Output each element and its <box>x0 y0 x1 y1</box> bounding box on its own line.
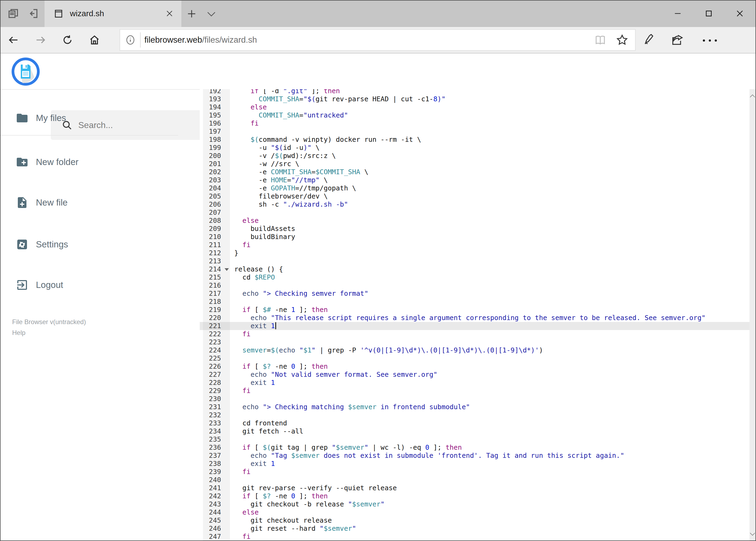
code-line[interactable]: 220 echo "This release script requires a… <box>200 314 750 322</box>
code-line[interactable]: 197 <box>200 128 750 136</box>
code-line[interactable]: 208 else <box>200 217 750 225</box>
code-line[interactable]: 216 <box>200 281 750 289</box>
sidebar-item-logout[interactable]: Logout <box>0 277 178 293</box>
code-line[interactable]: 218 <box>200 297 750 306</box>
vertical-scrollbar[interactable] <box>750 89 755 541</box>
code-text[interactable] <box>230 476 750 484</box>
code-text[interactable]: git reset --hard "$semver" <box>230 525 750 533</box>
code-text[interactable]: fi <box>230 387 750 395</box>
tab-dropdown-icon[interactable] <box>206 11 216 17</box>
code-text[interactable] <box>230 354 750 362</box>
code-text[interactable] <box>230 297 750 306</box>
sidebar-item-settings[interactable]: Settings <box>0 236 178 253</box>
code-text[interactable]: exit 1 <box>230 379 750 387</box>
code-text[interactable]: git checkout release <box>230 516 750 525</box>
code-line[interactable]: 237 echo "Tag $semver does not exist in … <box>200 452 750 460</box>
back-button[interactable] <box>8 34 19 46</box>
code-text[interactable]: else <box>230 103 750 111</box>
code-text[interactable]: semver=$(echo "$1" | grep -P '^v(0|[1-9]… <box>230 346 750 354</box>
site-info-icon[interactable] <box>125 35 136 45</box>
code-text[interactable]: git fetch --all <box>230 427 750 435</box>
help-link[interactable]: Help <box>12 329 25 336</box>
reading-view-icon[interactable] <box>594 35 607 45</box>
code-text[interactable]: COMMIT_SHA="untracked" <box>230 111 750 119</box>
code-line[interactable]: 235 <box>200 435 750 443</box>
code-line[interactable]: 246 git reset --hard "$semver" <box>200 525 750 533</box>
code-text[interactable]: if [ $? -ne 0 ]; then <box>230 362 750 370</box>
code-text[interactable]: fi <box>230 241 750 249</box>
code-line[interactable]: 200 -v /$(pwd):/src:z \ <box>200 152 750 160</box>
code-line[interactable]: 240 <box>200 476 750 484</box>
code-text[interactable]: if [ $(git tag | grep "$semver" | wc -l)… <box>230 443 750 452</box>
code-text[interactable]: cd $REPO <box>230 273 750 281</box>
fold-toggle-icon[interactable] <box>225 268 229 271</box>
code-line[interactable]: 203 -e HOME="//tmp" \ <box>200 176 750 184</box>
code-line[interactable]: 221 exit 1 <box>200 322 750 330</box>
code-line[interactable]: 211 fi <box>200 241 750 249</box>
code-text[interactable]: -w //src \ <box>230 160 750 168</box>
code-text[interactable]: echo "This release script requires a sin… <box>230 314 750 322</box>
tab-preview-icon[interactable] <box>8 8 19 19</box>
code-line[interactable]: 195 COMMIT_SHA="untracked" <box>200 111 750 119</box>
code-line[interactable]: 245 git checkout release <box>200 516 750 525</box>
code-text[interactable]: release () { <box>230 265 750 273</box>
code-line[interactable]: 226 if [ $? -ne 0 ]; then <box>200 362 750 370</box>
code-text[interactable]: buildBinary <box>230 233 750 241</box>
code-line[interactable]: 194 else <box>200 103 750 111</box>
more-options-icon[interactable] <box>702 39 718 42</box>
code-text[interactable]: -e HOME="//tmp" \ <box>230 176 750 184</box>
code-text[interactable]: echo "Tag $semver does not exist in subm… <box>230 452 750 460</box>
code-line[interactable]: 201 -w //src \ <box>200 160 750 168</box>
code-text[interactable] <box>230 281 750 289</box>
code-line[interactable]: 239 fi <box>200 468 750 476</box>
code-text[interactable]: -v /$(pwd):/src:z \ <box>230 152 750 160</box>
code-line[interactable]: 215 cd $REPO <box>200 273 750 281</box>
forward-button[interactable] <box>35 34 46 46</box>
code-line[interactable]: 212} <box>200 249 750 257</box>
filebrowser-logo[interactable] <box>12 58 40 86</box>
refresh-button[interactable] <box>62 34 74 46</box>
code-text[interactable]: echo "Not valid semver format. See semve… <box>230 370 750 379</box>
code-text[interactable]: cd frontend <box>230 419 750 427</box>
code-text[interactable]: if [ -d ".git" ]; then <box>230 89 750 95</box>
code-line[interactable]: 202 -e COMMIT_SHA=$COMMIT_SHA \ <box>200 168 750 176</box>
code-line[interactable]: 207 <box>200 209 750 217</box>
home-button[interactable] <box>89 34 101 46</box>
code-text[interactable]: fi <box>230 468 750 476</box>
code-text[interactable]: exit 1 <box>230 322 750 330</box>
code-line[interactable]: 228 exit 1 <box>200 379 750 387</box>
code-line[interactable]: 205 filebrowser/dev \ <box>200 192 750 201</box>
code-line[interactable]: 206 sh -c "./wizard.sh -b" <box>200 201 750 209</box>
code-line[interactable]: 225 <box>200 354 750 362</box>
scroll-up-icon[interactable] <box>750 94 755 98</box>
code-line[interactable]: 209 buildAssets <box>200 225 750 233</box>
code-text[interactable] <box>230 128 750 136</box>
code-line[interactable]: 193 COMMIT_SHA="$(git rev-parse HEAD | c… <box>200 95 750 103</box>
code-text[interactable]: echo "> Checking matching $semver in fro… <box>230 403 750 411</box>
code-text[interactable]: git checkout -b release "$semver" <box>230 500 750 508</box>
address-bar[interactable]: filebrowser.web/files/wizard.sh <box>120 29 635 51</box>
code-text[interactable] <box>230 411 750 419</box>
code-text[interactable]: echo "> Checking semver format" <box>230 289 750 297</box>
code-line[interactable]: 232 <box>200 411 750 419</box>
code-line[interactable]: 230 <box>200 395 750 403</box>
code-text[interactable]: -u "$(id -u)" \ <box>230 144 750 152</box>
code-line[interactable]: 224 semver=$(echo "$1" | grep -P '^v(0|[… <box>200 346 750 354</box>
code-line[interactable]: 229 fi <box>200 387 750 395</box>
code-text[interactable]: COMMIT_SHA="$(git rev-parse HEAD | cut -… <box>230 95 750 103</box>
code-line[interactable]: 243 git checkout -b release "$semver" <box>200 500 750 508</box>
code-text[interactable]: buildAssets <box>230 225 750 233</box>
code-text[interactable]: fi <box>230 533 750 541</box>
minimize-button[interactable] <box>664 0 691 27</box>
code-line[interactable]: 219 if [ $# -ne 1 ]; then <box>200 306 750 314</box>
code-text[interactable] <box>230 209 750 217</box>
code-line[interactable]: 196 fi <box>200 119 750 128</box>
code-text[interactable] <box>230 435 750 443</box>
code-text[interactable]: filebrowser/dev \ <box>230 192 750 201</box>
code-line[interactable]: 210 buildBinary <box>200 233 750 241</box>
close-tab-icon[interactable] <box>166 10 173 17</box>
code-text[interactable]: else <box>230 508 750 516</box>
code-line[interactable]: 192 if [ -d ".git" ]; then <box>200 89 750 95</box>
code-line[interactable]: 234 git fetch --all <box>200 427 750 435</box>
code-editor[interactable]: 192 if [ -d ".git" ]; then193 COMMIT_SHA… <box>200 89 750 541</box>
